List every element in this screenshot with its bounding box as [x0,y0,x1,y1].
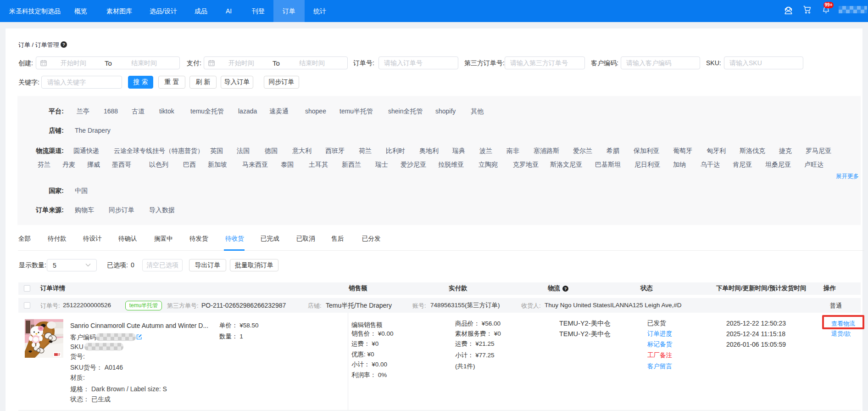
svg-text:?: ? [564,287,567,291]
svg-text:?: ? [62,42,65,47]
